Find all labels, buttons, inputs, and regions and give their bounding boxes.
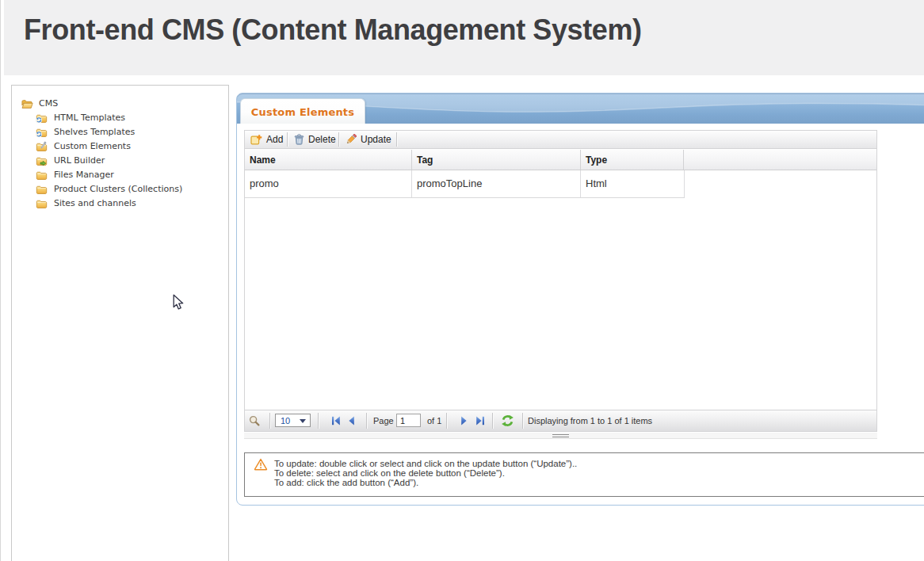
tree-item-label: CMS [39, 98, 58, 109]
column-header-name[interactable]: Name [245, 150, 412, 170]
grid-resize-handle[interactable] [244, 433, 877, 439]
note-line: To add: click the add button (“Add”). [274, 478, 577, 487]
column-header-label: Type [586, 155, 607, 166]
page-count-label: of 1 [427, 416, 441, 426]
next-page-icon[interactable] [460, 416, 468, 426]
tree-item-label: Files Manager [54, 170, 114, 181]
tree-item-shelves-templates[interactable]: Shelves Templates [12, 125, 228, 139]
tree-item-label: Custom Elements [54, 141, 131, 152]
sidebar-tree-panel: CMS [11, 85, 229, 561]
page-header: Front-end CMS (Content Management System… [4, 0, 924, 75]
column-header-tag[interactable]: Tag [412, 150, 581, 170]
update-button-label: Update [361, 134, 391, 145]
note-line: To update: double click or select and cl… [274, 459, 577, 468]
cell-name: promo [245, 170, 412, 197]
folder-icon [36, 170, 48, 181]
tree-item-product-clusters[interactable]: Product Clusters (Collections) [12, 182, 228, 197]
add-button[interactable]: Add [250, 131, 283, 148]
tree-item-label: URL Builder [54, 155, 105, 166]
help-note: To update: double click or select and cl… [244, 452, 924, 497]
custom-elements-grid: Add Delete [244, 130, 877, 432]
cell-type: Html [581, 170, 685, 197]
pager-status: Displaying from 1 to 1 of 1 items [528, 416, 652, 426]
tab-custom-elements[interactable]: Custom Elements [240, 98, 365, 124]
folder-icon [36, 198, 48, 209]
column-header-label: Name [250, 155, 276, 166]
mouse-cursor [173, 294, 185, 311]
window-left-edge [0, 0, 1, 561]
grid-header: Name Tag Type [245, 150, 876, 170]
pager-separator [522, 413, 523, 429]
tree-item-url-builder[interactable]: URL Builder [12, 154, 228, 168]
trash-icon [294, 134, 304, 145]
pager-separator [492, 413, 493, 429]
pager-separator [269, 413, 270, 429]
pager-separator [366, 413, 367, 429]
grid-toolbar: Add Delete [245, 131, 876, 149]
page-size-select[interactable]: 10 [275, 414, 311, 427]
tree-item-html-templates[interactable]: HTML Templates [12, 111, 228, 125]
tree-item-label: Sites and channels [54, 198, 136, 209]
tree-item-label: Product Clusters (Collections) [54, 184, 182, 195]
tree-item-sites-and-channels[interactable]: Sites and channels [12, 197, 228, 211]
tree-item-label: HTML Templates [54, 113, 125, 124]
column-header-type[interactable]: Type [581, 150, 684, 170]
refresh-icon[interactable] [501, 414, 514, 427]
chevron-down-icon [300, 419, 306, 423]
app-window: Front-end CMS (Content Management System… [0, 0, 924, 561]
tab-label: Custom Elements [251, 105, 354, 118]
cell-tag: promoTopLine [412, 170, 581, 197]
tree-item-custom-elements[interactable]: Custom Elements [12, 139, 228, 154]
add-button-label: Add [266, 134, 283, 145]
grid-pager: 10 Page of 1 [245, 410, 876, 431]
update-button[interactable]: Update [346, 131, 391, 148]
delete-button[interactable]: Delete [294, 131, 336, 148]
toolbar-separator [396, 132, 397, 147]
prev-page-icon[interactable] [347, 416, 355, 426]
folder-edit-icon [36, 141, 48, 152]
delete-button-label: Delete [308, 134, 336, 145]
toolbar-separator [287, 132, 288, 147]
page-label: Page [373, 416, 394, 426]
add-icon [250, 134, 262, 145]
tree-item-cms[interactable]: CMS [12, 97, 228, 111]
pencil-icon [346, 134, 357, 145]
column-header-label: Tag [417, 155, 433, 166]
pager-separator [446, 413, 447, 429]
resize-grip-icon [552, 434, 569, 437]
last-page-icon[interactable] [475, 416, 485, 426]
tab-strip: Custom Elements [237, 94, 924, 124]
folder-go-icon [36, 155, 48, 166]
search-icon[interactable] [249, 415, 261, 427]
grid-body: promo promoTopLine Html [245, 170, 876, 410]
folder-sync-icon [36, 127, 48, 138]
cms-tree: CMS [12, 97, 228, 211]
first-page-icon[interactable] [331, 416, 341, 426]
tree-item-files-manager[interactable]: Files Manager [12, 168, 228, 182]
tree-item-label: Shelves Templates [54, 127, 135, 138]
open-folder-icon [21, 98, 33, 109]
help-note-text: To update: double click or select and cl… [274, 459, 577, 487]
page-number-input[interactable] [396, 414, 421, 427]
table-row[interactable]: promo promoTopLine Html [245, 170, 685, 198]
folder-sync-icon [36, 113, 48, 124]
warning-icon [254, 458, 268, 474]
toolbar-separator [338, 132, 339, 147]
page-title: Front-end CMS (Content Management System… [24, 16, 642, 44]
pager-separator [318, 413, 319, 429]
note-line: To delete: select and click on the delet… [274, 468, 577, 478]
folder-icon [36, 184, 48, 195]
column-header-filler [684, 150, 876, 170]
content-panel: Custom Elements Add [236, 93, 924, 506]
page-size-value: 10 [281, 416, 290, 426]
